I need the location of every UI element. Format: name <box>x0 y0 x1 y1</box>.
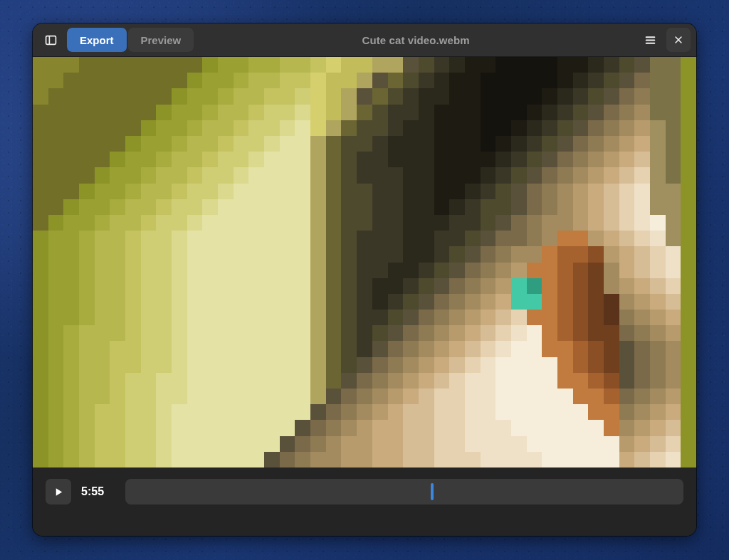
mode-switcher: Export Preview <box>67 28 194 52</box>
seek-bar[interactable] <box>125 479 683 504</box>
export-tab-label: Export <box>80 34 114 46</box>
header-bar: Export Preview Cute cat video.webm <box>33 23 696 57</box>
app-window: Export Preview Cute cat video.webm <box>33 23 696 536</box>
play-icon <box>53 487 64 497</box>
time-display: 5:55 <box>81 485 115 498</box>
preview-tab-label: Preview <box>141 34 182 46</box>
sidebar-toggle-icon <box>45 34 57 46</box>
play-button[interactable] <box>46 479 71 504</box>
sidebar-toggle-button[interactable] <box>38 28 63 52</box>
close-button[interactable] <box>666 28 691 52</box>
preview-tab[interactable]: Preview <box>128 28 194 52</box>
menu-button[interactable] <box>638 28 662 52</box>
header-right-group <box>638 28 691 52</box>
header-left-group: Export Preview <box>38 28 194 52</box>
video-frame-pixelart <box>33 57 696 467</box>
video-preview[interactable] <box>33 57 696 467</box>
seek-thumb[interactable] <box>431 483 434 500</box>
close-icon <box>673 35 683 45</box>
window-title: Cute cat video.webm <box>198 34 634 46</box>
hamburger-menu-icon <box>644 34 656 46</box>
playback-controls: 5:55 <box>33 467 696 536</box>
controls-row: 5:55 <box>33 467 696 507</box>
svg-rect-0 <box>46 36 56 44</box>
export-tab[interactable]: Export <box>67 28 127 52</box>
